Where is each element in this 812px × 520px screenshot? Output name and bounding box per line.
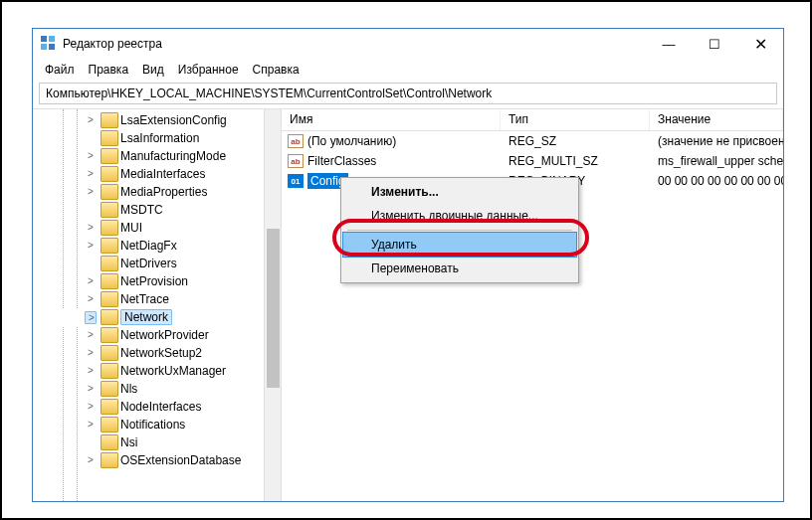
menu-help[interactable]: Справка <box>247 61 305 79</box>
context-item--[interactable]: Изменить... <box>343 180 576 204</box>
tree-item-label: OSExtensionDatabase <box>120 453 241 467</box>
tree-scrollbar[interactable] <box>264 109 281 501</box>
tree-item-label: NetDrivers <box>120 257 177 270</box>
tree-item-netdrivers[interactable]: NetDrivers <box>47 255 281 272</box>
minimize-button[interactable]: — <box>646 29 692 59</box>
tree-item-label: Nsi <box>120 435 137 449</box>
address-bar[interactable]: Компьютер\HKEY_LOCAL_MACHINE\SYSTEM\Curr… <box>39 83 777 104</box>
menu-file[interactable]: Файл <box>39 61 81 79</box>
tree-item-manufacturingmode[interactable]: >ManufacturingMode <box>47 147 281 165</box>
tree-item-netprovision[interactable]: >NetProvision <box>47 272 281 290</box>
col-type[interactable]: Тип <box>501 109 650 130</box>
expand-icon[interactable]: > <box>85 401 97 412</box>
menu-view[interactable]: Вид <box>136 61 170 79</box>
tree-item-notifications[interactable]: >Notifications <box>47 416 281 433</box>
context-item--[interactable]: Переименовать <box>343 257 576 280</box>
tree-item-nettrace[interactable]: >NetTrace <box>47 290 281 308</box>
tree-item-label: NetTrace <box>120 292 169 306</box>
tree-item-networksetup2[interactable]: >NetworkSetup2 <box>47 344 281 362</box>
tree-item-label: NetworkProvider <box>120 328 209 342</box>
binary-value-icon: 01 <box>288 174 304 188</box>
expand-icon[interactable]: > <box>85 240 97 251</box>
tree-item-mediainterfaces[interactable]: >MediaInterfaces <box>47 165 281 183</box>
expand-icon[interactable]: > <box>85 311 97 324</box>
tree-item-label: Notifications <box>120 418 185 432</box>
expand-icon[interactable]: > <box>85 150 97 161</box>
string-value-icon: ab <box>288 134 304 148</box>
tree-item-label: ManufacturingMode <box>120 149 226 163</box>
tree-item-msdtc[interactable]: MSDTC <box>47 201 281 219</box>
tree-item-label: MediaInterfaces <box>120 167 205 181</box>
tree-item-mui[interactable]: >MUI <box>47 219 281 237</box>
tree-item-networkuxmanager[interactable]: >NetworkUxManager <box>47 362 281 380</box>
value-type: REG_SZ <box>501 134 650 148</box>
tree-item-label: MUI <box>120 221 142 235</box>
context-menu: Изменить...Изменить двоичные данные...Уд… <box>340 177 579 283</box>
tree-item-osextensiondatabase[interactable]: >OSExtensionDatabase <box>47 451 281 469</box>
expand-icon[interactable]: > <box>85 329 97 340</box>
tree-item-label: NetworkSetup2 <box>120 346 202 360</box>
tree-item-networkprovider[interactable]: >NetworkProvider <box>47 326 281 344</box>
expand-icon[interactable]: > <box>85 383 97 394</box>
tree-item-lsainformation[interactable]: LsaInformation <box>47 129 281 147</box>
menu-fav[interactable]: Избранное <box>172 61 245 79</box>
expand-icon[interactable]: > <box>85 347 97 358</box>
col-value[interactable]: Значение <box>650 109 783 130</box>
menubar: Файл Правка Вид Избранное Справка <box>33 59 783 83</box>
tree-item-label: Nls <box>120 382 137 396</box>
expand-icon[interactable]: > <box>85 114 97 125</box>
tree-item-lsaextensionconfig[interactable]: >LsaExtensionConfig <box>47 111 281 129</box>
tree-item-nls[interactable]: >Nls <box>47 380 281 398</box>
string-value-icon: ab <box>288 154 304 168</box>
context-item--[interactable]: Удалить <box>342 232 577 258</box>
regedit-icon <box>41 36 57 52</box>
tree-item-mediaproperties[interactable]: >MediaProperties <box>47 183 281 201</box>
close-button[interactable]: ✕ <box>737 29 783 59</box>
expand-icon[interactable]: > <box>85 168 97 179</box>
expand-icon[interactable]: > <box>85 365 97 376</box>
tree-item-nsi[interactable]: Nsi <box>47 433 281 451</box>
value-type: REG_MULTI_SZ <box>501 154 650 168</box>
context-separator <box>347 230 572 231</box>
menu-edit[interactable]: Правка <box>83 61 135 79</box>
expand-icon[interactable]: > <box>85 222 97 233</box>
value-data: 00 00 00 00 00 00 00 00 <box>650 174 783 188</box>
value-row[interactable]: ab(По умолчанию)REG_SZ(значение не присв… <box>282 131 783 151</box>
value-name: (По умолчанию) <box>307 134 396 148</box>
tree-item-netdiagfx[interactable]: >NetDiagFx <box>47 237 281 255</box>
tree-item-label: NetworkUxManager <box>120 364 226 378</box>
expand-icon[interactable]: > <box>85 419 97 430</box>
expand-icon[interactable]: > <box>85 293 97 304</box>
window-title: Редактор реестра <box>63 37 646 51</box>
tree-panel[interactable]: >LsaExtensionConfigLsaInformation>Manufa… <box>33 109 282 501</box>
value-list-panel: Имя Тип Значение ab(По умолчанию)REG_SZ(… <box>282 109 783 501</box>
titlebar[interactable]: Редактор реестра — ☐ ✕ <box>33 29 783 59</box>
maximize-button[interactable]: ☐ <box>692 29 737 59</box>
context-item--[interactable]: Изменить двоичные данные... <box>343 204 576 228</box>
list-header[interactable]: Имя Тип Значение <box>282 109 783 131</box>
tree-item-label: LsaExtensionConfig <box>120 113 227 127</box>
tree-item-label: MSDTC <box>120 203 163 217</box>
tree-item-network[interactable]: >Network <box>47 308 281 326</box>
tree-item-label: LsaInformation <box>120 131 199 145</box>
col-name[interactable]: Имя <box>282 109 501 130</box>
value-data: ms_firewall_upper scheduler <box>650 154 783 168</box>
tree-item-label: NodeInterfaces <box>120 400 201 414</box>
value-data: (значение не присвоено) <box>650 134 783 148</box>
expand-icon[interactable]: > <box>85 454 97 465</box>
tree-item-label: NetProvision <box>120 274 188 288</box>
tree-item-label: MediaProperties <box>120 185 207 199</box>
expand-icon[interactable]: > <box>85 275 97 286</box>
tree-item-label: NetDiagFx <box>120 239 177 253</box>
value-row[interactable]: abFilterClassesREG_MULTI_SZms_firewall_u… <box>282 151 783 171</box>
tree-item-nodeinterfaces[interactable]: >NodeInterfaces <box>47 398 281 416</box>
tree-item-label: Network <box>120 309 172 325</box>
value-name: FilterClasses <box>307 154 376 168</box>
expand-icon[interactable]: > <box>85 186 97 197</box>
